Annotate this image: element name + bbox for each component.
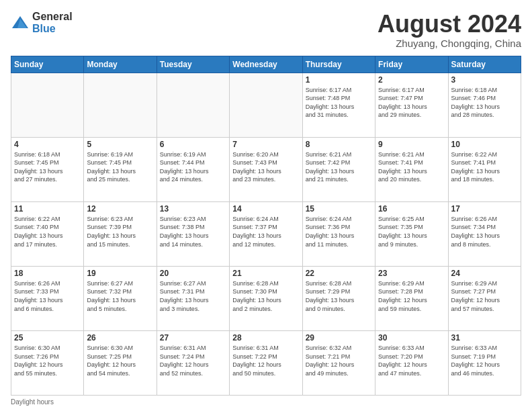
day-info: Sunrise: 6:18 AM Sunset: 7:46 PM Dayligh… <box>451 86 518 120</box>
title-block: August 2024 Zhuyang, Chongqing, China <box>378 11 521 49</box>
day-info: Sunrise: 6:27 AM Sunset: 7:31 PM Dayligh… <box>160 279 226 313</box>
day-number: 30 <box>378 333 445 342</box>
logo: General Blue <box>11 11 73 34</box>
calendar-cell: 29Sunrise: 6:32 AM Sunset: 7:21 PM Dayli… <box>302 330 375 395</box>
calendar-week-3: 18Sunrise: 6:26 AM Sunset: 7:33 PM Dayli… <box>11 266 521 330</box>
calendar-cell: 30Sunrise: 6:33 AM Sunset: 7:20 PM Dayli… <box>375 330 448 395</box>
header: General Blue August 2024 Zhuyang, Chongq… <box>11 11 521 49</box>
day-info: Sunrise: 6:29 AM Sunset: 7:28 PM Dayligh… <box>378 279 445 313</box>
day-number: 10 <box>451 140 518 149</box>
day-number: 8 <box>306 140 372 149</box>
calendar-cell: 5Sunrise: 6:19 AM Sunset: 7:45 PM Daylig… <box>84 137 157 201</box>
calendar-cell: 2Sunrise: 6:17 AM Sunset: 7:47 PM Daylig… <box>375 73 448 137</box>
footer-note: Daylight hours <box>11 398 521 406</box>
day-number: 3 <box>451 75 518 85</box>
calendar-cell: 26Sunrise: 6:30 AM Sunset: 7:25 PM Dayli… <box>84 330 157 395</box>
day-number: 9 <box>378 140 445 149</box>
day-number: 18 <box>14 269 81 278</box>
day-info: Sunrise: 6:24 AM Sunset: 7:36 PM Dayligh… <box>306 215 372 248</box>
day-number: 16 <box>378 204 445 214</box>
calendar-cell <box>11 73 84 137</box>
page: General Blue August 2024 Zhuyang, Chongq… <box>0 0 532 411</box>
day-number: 31 <box>451 333 518 342</box>
calendar-header-row: SundayMondayTuesdayWednesdayThursdayFrid… <box>11 56 521 73</box>
calendar-cell: 17Sunrise: 6:26 AM Sunset: 7:34 PM Dayli… <box>448 201 521 266</box>
calendar-week-0: 1Sunrise: 6:17 AM Sunset: 7:48 PM Daylig… <box>11 73 521 137</box>
day-number: 19 <box>87 269 153 278</box>
calendar-cell: 3Sunrise: 6:18 AM Sunset: 7:46 PM Daylig… <box>448 73 521 137</box>
day-info: Sunrise: 6:21 AM Sunset: 7:41 PM Dayligh… <box>378 150 445 184</box>
day-info: Sunrise: 6:31 AM Sunset: 7:22 PM Dayligh… <box>232 344 299 377</box>
calendar-cell: 8Sunrise: 6:21 AM Sunset: 7:42 PM Daylig… <box>302 137 375 201</box>
day-number: 21 <box>232 269 299 278</box>
day-info: Sunrise: 6:33 AM Sunset: 7:20 PM Dayligh… <box>378 344 445 377</box>
month-title: August 2024 <box>378 11 521 38</box>
logo-icon <box>11 13 30 32</box>
day-number: 24 <box>451 269 518 278</box>
day-number: 2 <box>378 75 445 85</box>
col-header-tuesday: Tuesday <box>157 56 229 73</box>
day-info: Sunrise: 6:22 AM Sunset: 7:40 PM Dayligh… <box>14 215 81 248</box>
day-number: 29 <box>306 333 372 342</box>
calendar-week-2: 11Sunrise: 6:22 AM Sunset: 7:40 PM Dayli… <box>11 201 521 266</box>
day-number: 12 <box>87 204 153 214</box>
day-info: Sunrise: 6:23 AM Sunset: 7:39 PM Dayligh… <box>87 215 153 248</box>
day-info: Sunrise: 6:26 AM Sunset: 7:34 PM Dayligh… <box>451 215 518 248</box>
day-info: Sunrise: 6:32 AM Sunset: 7:21 PM Dayligh… <box>306 344 372 377</box>
day-number: 13 <box>160 204 226 214</box>
day-number: 5 <box>87 140 153 149</box>
calendar-cell: 1Sunrise: 6:17 AM Sunset: 7:48 PM Daylig… <box>302 73 375 137</box>
calendar-cell: 19Sunrise: 6:27 AM Sunset: 7:32 PM Dayli… <box>84 266 157 330</box>
calendar-cell: 13Sunrise: 6:23 AM Sunset: 7:38 PM Dayli… <box>157 201 229 266</box>
col-header-thursday: Thursday <box>302 56 375 73</box>
day-number: 26 <box>87 333 153 342</box>
day-number: 25 <box>14 333 81 342</box>
calendar-cell: 23Sunrise: 6:29 AM Sunset: 7:28 PM Dayli… <box>375 266 448 330</box>
day-info: Sunrise: 6:25 AM Sunset: 7:35 PM Dayligh… <box>378 215 445 248</box>
calendar-cell: 4Sunrise: 6:18 AM Sunset: 7:45 PM Daylig… <box>11 137 84 201</box>
day-info: Sunrise: 6:19 AM Sunset: 7:44 PM Dayligh… <box>160 150 226 184</box>
day-number: 15 <box>306 204 372 214</box>
calendar-week-1: 4Sunrise: 6:18 AM Sunset: 7:45 PM Daylig… <box>11 137 521 201</box>
calendar-cell <box>230 73 302 137</box>
day-info: Sunrise: 6:29 AM Sunset: 7:27 PM Dayligh… <box>451 279 518 313</box>
calendar-cell: 9Sunrise: 6:21 AM Sunset: 7:41 PM Daylig… <box>375 137 448 201</box>
day-info: Sunrise: 6:23 AM Sunset: 7:38 PM Dayligh… <box>160 215 226 248</box>
calendar-cell: 11Sunrise: 6:22 AM Sunset: 7:40 PM Dayli… <box>11 201 84 266</box>
day-number: 20 <box>160 269 226 278</box>
daylight-label: Daylight hours <box>11 398 54 406</box>
day-info: Sunrise: 6:24 AM Sunset: 7:37 PM Dayligh… <box>232 215 299 248</box>
calendar-cell: 27Sunrise: 6:31 AM Sunset: 7:24 PM Dayli… <box>157 330 229 395</box>
col-header-saturday: Saturday <box>448 56 521 73</box>
logo-general: General <box>32 11 73 23</box>
day-info: Sunrise: 6:30 AM Sunset: 7:26 PM Dayligh… <box>14 344 81 377</box>
day-info: Sunrise: 6:33 AM Sunset: 7:19 PM Dayligh… <box>451 344 518 377</box>
day-info: Sunrise: 6:17 AM Sunset: 7:48 PM Dayligh… <box>306 86 372 120</box>
calendar-week-4: 25Sunrise: 6:30 AM Sunset: 7:26 PM Dayli… <box>11 330 521 395</box>
day-info: Sunrise: 6:28 AM Sunset: 7:30 PM Dayligh… <box>232 279 299 313</box>
calendar-cell <box>84 73 157 137</box>
calendar-table: SundayMondayTuesdayWednesdayThursdayFrid… <box>11 56 521 396</box>
day-number: 27 <box>160 333 226 342</box>
calendar-cell: 25Sunrise: 6:30 AM Sunset: 7:26 PM Dayli… <box>11 330 84 395</box>
day-info: Sunrise: 6:28 AM Sunset: 7:29 PM Dayligh… <box>306 279 372 313</box>
day-info: Sunrise: 6:20 AM Sunset: 7:43 PM Dayligh… <box>232 150 299 184</box>
calendar-cell: 24Sunrise: 6:29 AM Sunset: 7:27 PM Dayli… <box>448 266 521 330</box>
calendar-cell: 14Sunrise: 6:24 AM Sunset: 7:37 PM Dayli… <box>230 201 302 266</box>
day-number: 22 <box>306 269 372 278</box>
day-number: 11 <box>14 204 81 214</box>
col-header-sunday: Sunday <box>11 56 84 73</box>
calendar-cell: 6Sunrise: 6:19 AM Sunset: 7:44 PM Daylig… <box>157 137 229 201</box>
calendar-cell: 22Sunrise: 6:28 AM Sunset: 7:29 PM Dayli… <box>302 266 375 330</box>
calendar-cell: 31Sunrise: 6:33 AM Sunset: 7:19 PM Dayli… <box>448 330 521 395</box>
day-info: Sunrise: 6:27 AM Sunset: 7:32 PM Dayligh… <box>87 279 153 313</box>
calendar-cell: 16Sunrise: 6:25 AM Sunset: 7:35 PM Dayli… <box>375 201 448 266</box>
col-header-monday: Monday <box>84 56 157 73</box>
day-number: 17 <box>451 204 518 214</box>
logo-blue: Blue <box>32 23 73 35</box>
day-info: Sunrise: 6:26 AM Sunset: 7:33 PM Dayligh… <box>14 279 81 313</box>
calendar-cell <box>157 73 229 137</box>
calendar-cell: 15Sunrise: 6:24 AM Sunset: 7:36 PM Dayli… <box>302 201 375 266</box>
day-number: 4 <box>14 140 81 149</box>
calendar-cell: 10Sunrise: 6:22 AM Sunset: 7:41 PM Dayli… <box>448 137 521 201</box>
